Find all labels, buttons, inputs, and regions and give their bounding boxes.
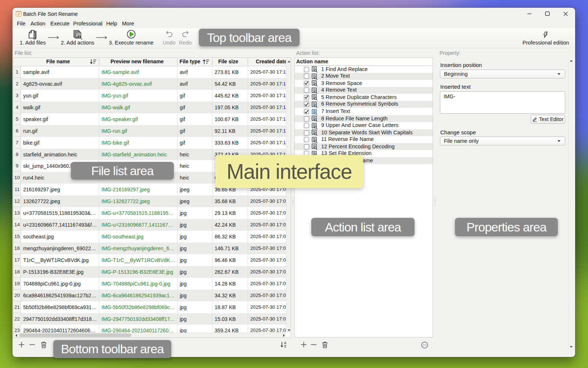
svg-text:A: A [284, 342, 286, 345]
svg-text:Z: Z [284, 344, 286, 348]
